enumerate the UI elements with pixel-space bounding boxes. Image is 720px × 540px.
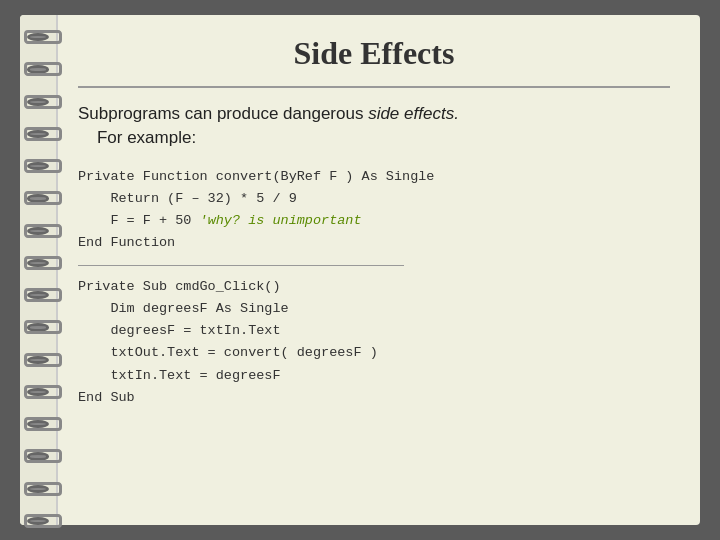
spiral-ring [27, 227, 49, 235]
code-line: txtOut.Text = convert( degreesF ) [78, 345, 378, 360]
code-line: End Sub [78, 390, 135, 405]
code-divider [78, 265, 404, 266]
spiral-ring [27, 65, 49, 73]
spiral-ring [27, 162, 49, 170]
code-block-2: Private Sub cmdGo_Click() Dim degreesF A… [78, 276, 670, 410]
code-line: txtIn.Text = degreesF [78, 368, 281, 383]
slide-title: Side Effects [78, 35, 670, 72]
slide-content: Side Effects Subprograms can produce dan… [58, 15, 700, 525]
code-line: End Function [78, 235, 175, 250]
spiral-ring [27, 452, 49, 460]
code-line: Dim degreesF As Single [78, 301, 289, 316]
spiral-ring [27, 517, 49, 525]
spiral-ring [27, 291, 49, 299]
spiral-ring [27, 323, 49, 331]
slide: Side Effects Subprograms can produce dan… [20, 15, 700, 525]
spiral-ring [27, 259, 49, 267]
spiral-ring [27, 356, 49, 364]
code-line: Return (F – 32) * 5 / 9 [78, 191, 297, 206]
spiral-binding [20, 15, 58, 525]
spiral-ring [27, 194, 49, 202]
spiral-ring [27, 33, 49, 41]
spiral-ring [27, 98, 49, 106]
code-line: degreesF = txtIn.Text [78, 323, 281, 338]
code-block-1: Private Function convert(ByRef F ) As Si… [78, 166, 670, 255]
code-line: Private Sub cmdGo_Click() [78, 279, 281, 294]
spiral-ring [27, 388, 49, 396]
intro-text-line2: For example: [78, 128, 196, 147]
intro-italic: side effects. [368, 104, 459, 123]
title-divider [78, 86, 670, 88]
intro-paragraph: Subprograms can produce dangerous side e… [78, 102, 670, 150]
spiral-ring [27, 420, 49, 428]
spiral-ring [27, 130, 49, 138]
intro-text-before-italic: Subprograms can produce dangerous [78, 104, 368, 123]
code-line: Private Function convert(ByRef F ) As Si… [78, 169, 434, 184]
code-line: F = F + 50 'why? is unimportant [78, 213, 362, 228]
spiral-ring [27, 485, 49, 493]
